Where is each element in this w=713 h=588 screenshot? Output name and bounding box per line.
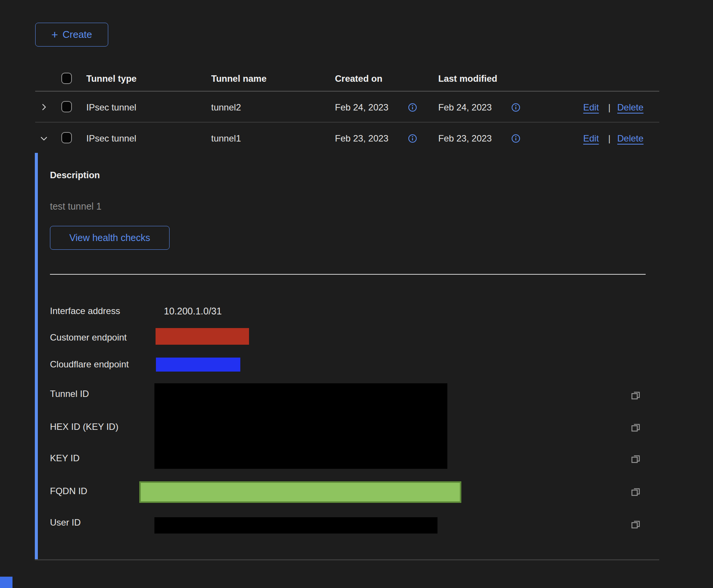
- cloudflare-endpoint-redaction: [156, 358, 240, 372]
- created-on-cell: Feb 24, 2023: [335, 102, 388, 113]
- create-button-label: Create: [62, 29, 92, 40]
- chevron-down-icon[interactable]: [39, 134, 48, 143]
- column-header-tunnel-type: Tunnel type: [86, 73, 137, 84]
- created-on-cell: Feb 23, 2023: [335, 133, 388, 144]
- info-icon[interactable]: [511, 103, 521, 112]
- copy-key-id-icon[interactable]: [630, 453, 641, 464]
- section-divider: [50, 274, 646, 275]
- action-separator: |: [608, 133, 610, 144]
- tunnel-type-cell: IPsec tunnel: [86, 102, 136, 113]
- copy-hex-id-icon[interactable]: [630, 422, 641, 432]
- row-checkbox[interactable]: [61, 132, 72, 143]
- interface-address-value: 10.200.1.0/31: [164, 305, 222, 317]
- tunnel-name-cell: tunnel1: [211, 133, 241, 144]
- delete-link[interactable]: Delete: [617, 102, 643, 113]
- expanded-row-accent-bar: [35, 153, 38, 559]
- create-button[interactable]: + Create: [35, 23, 108, 47]
- description-label: Description: [50, 170, 100, 181]
- fqdn-id-redaction: [139, 481, 461, 503]
- info-icon[interactable]: [511, 134, 521, 143]
- hex-id-label: HEX ID (KEY ID): [50, 421, 118, 432]
- description-text: test tunnel 1: [50, 201, 101, 212]
- action-separator: |: [608, 102, 610, 113]
- ipsec-tunnels-page: + Create Tunnel type Tunnel name Created…: [0, 0, 713, 588]
- chevron-right-icon[interactable]: [39, 103, 48, 112]
- row-checkbox[interactable]: [61, 101, 72, 112]
- copy-fqdn-id-icon[interactable]: [630, 486, 641, 497]
- last-modified-cell: Feb 24, 2023: [438, 102, 492, 113]
- copy-tunnel-id-icon[interactable]: [630, 390, 641, 400]
- customer-endpoint-label: Customer endpoint: [50, 332, 127, 343]
- copy-user-id-icon[interactable]: [630, 519, 641, 529]
- info-icon[interactable]: [408, 103, 417, 112]
- column-header-tunnel-name: Tunnel name: [211, 73, 266, 84]
- delete-link[interactable]: Delete: [617, 133, 643, 144]
- tunnel-type-cell: IPsec tunnel: [86, 133, 136, 144]
- last-modified-cell: Feb 23, 2023: [438, 133, 492, 144]
- fqdn-id-label: FQDN ID: [50, 485, 87, 497]
- view-health-checks-button[interactable]: View health checks: [50, 226, 170, 250]
- edit-link[interactable]: Edit: [583, 102, 599, 113]
- row-divider: [35, 122, 659, 123]
- tunnel-id-label: Tunnel ID: [50, 388, 89, 400]
- cloudflare-endpoint-label: Cloudflare endpoint: [50, 359, 129, 370]
- interface-address-label: Interface address: [50, 305, 120, 317]
- user-id-redaction: [154, 517, 437, 534]
- ids-redaction-block: [154, 383, 447, 469]
- expanded-row-bottom-divider: [35, 559, 659, 560]
- info-icon[interactable]: [408, 134, 417, 143]
- header-divider: [35, 91, 659, 92]
- edit-link[interactable]: Edit: [583, 133, 599, 144]
- tunnel-name-cell: tunnel2: [211, 102, 241, 113]
- key-id-label: KEY ID: [50, 453, 79, 464]
- user-id-label: User ID: [50, 517, 81, 528]
- column-header-created-on: Created on: [335, 73, 382, 84]
- view-health-checks-label: View health checks: [69, 232, 150, 243]
- customer-endpoint-redaction: [156, 328, 249, 345]
- plus-icon: +: [51, 29, 58, 40]
- bottom-left-accent: [0, 577, 12, 588]
- column-header-last-modified: Last modified: [438, 73, 497, 84]
- select-all-checkbox[interactable]: [61, 73, 72, 84]
